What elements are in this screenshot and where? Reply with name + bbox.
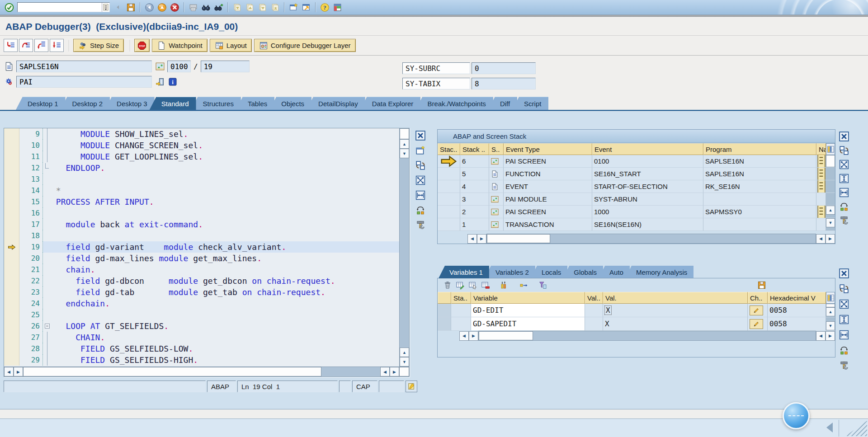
variable-value[interactable]: X [603, 317, 748, 331]
table-settings-icon[interactable] [826, 143, 835, 155]
breakpoint-margin[interactable] [4, 275, 19, 287]
variables-selector-header[interactable] [438, 292, 451, 304]
scroll-left-button[interactable]: ◀ [4, 367, 14, 376]
stack-row[interactable]: 1TRANSACTIONSE16N(SE16N)▼ [438, 218, 835, 231]
resize-grip[interactable] [845, 421, 867, 436]
breakpoint-margin[interactable] [4, 298, 19, 309]
step-into-button[interactable] [4, 39, 18, 52]
save-variables-icon[interactable] [756, 280, 767, 291]
performance-sphere-icon[interactable] [783, 402, 810, 429]
swap-services-icon[interactable] [415, 204, 426, 216]
step-over-button[interactable] [19, 39, 33, 52]
resize-vertical-icon[interactable] [838, 314, 850, 325]
compare-icon[interactable] [499, 280, 510, 291]
abap-code-editor[interactable]: 9 MODULE SHOW_LINES_sel.10 MODULE CHANGE… [4, 128, 410, 377]
scroll-left-button[interactable]: ◀ [380, 367, 390, 376]
continue-button[interactable] [50, 39, 64, 52]
breakpoint-margin[interactable] [4, 287, 19, 298]
breakpoint-margin[interactable] [4, 320, 19, 332]
scroll-right-button[interactable]: ▶ [14, 367, 23, 376]
resize-horizontal-icon[interactable] [838, 187, 850, 198]
close-icon[interactable] [415, 130, 426, 141]
command-history-icon[interactable] [102, 3, 109, 12]
swap-services-icon[interactable] [838, 201, 850, 212]
variables-column-header-val[interactable]: Val.. [585, 292, 603, 304]
breakpoint-margin[interactable] [4, 219, 19, 230]
scroll-down-button[interactable]: ▼ [400, 357, 409, 367]
variable-name[interactable]: GD-EDIT [471, 304, 585, 317]
new-window-icon[interactable] [415, 145, 426, 156]
breakpoint-margin[interactable] [4, 207, 19, 219]
scroll-left-button[interactable]: ◀ [459, 331, 469, 341]
swap-panels-icon[interactable] [415, 160, 426, 171]
filter-icon[interactable] [537, 280, 548, 291]
scrollbar-thumb[interactable] [487, 234, 550, 243]
copy-table-icon[interactable] [467, 280, 478, 291]
breakpoint-margin[interactable] [4, 309, 19, 320]
tab-tables[interactable]: Tables [236, 97, 274, 110]
exit-icon[interactable] [156, 1, 168, 13]
breakpoint-margin[interactable] [4, 264, 19, 275]
editor-vertical-scrollbar[interactable]: ▲ ▼ ▲ ▼ [399, 128, 409, 367]
variables-column-header-ch[interactable]: Ch.. [748, 292, 768, 304]
change-value-button[interactable] [750, 305, 763, 315]
breakpoint-margin[interactable] [4, 230, 19, 241]
customize-layout-icon[interactable] [331, 1, 343, 13]
back-icon[interactable] [143, 1, 155, 13]
create-shortcut-icon[interactable] [300, 1, 312, 13]
tab-desktop-1[interactable]: Desktop 1 [16, 97, 66, 110]
first-page-icon[interactable] [231, 1, 243, 13]
breakpoint-margin[interactable] [4, 174, 19, 185]
stack-horizontal-scrollbar[interactable]: ◀ ▶ ◀ ▶ [438, 234, 835, 244]
navigate-icon[interactable] [155, 76, 165, 87]
stack-vertical-scrollbar[interactable] [826, 193, 835, 206]
row-selector[interactable] [438, 317, 451, 331]
event-field[interactable] [16, 76, 152, 88]
resize-horizontal-icon[interactable] [838, 329, 850, 341]
variables-column-header-val[interactable]: Val. [603, 292, 748, 304]
tab-structures[interactable]: Structures [191, 97, 241, 110]
variables-vertical-scrollbar[interactable]: ▼ [826, 317, 835, 331]
scroll-left-button[interactable]: ◀ [467, 234, 477, 244]
breakpoint-margin[interactable] [4, 151, 19, 162]
enter-icon[interactable] [3, 1, 15, 13]
tab-objects[interactable]: Objects [269, 97, 311, 110]
scroll-right-button[interactable]: ▶ [469, 331, 478, 341]
tab-desktop-3[interactable]: Desktop 3 [105, 97, 155, 110]
resize-horizontal-icon[interactable] [415, 189, 426, 201]
swap-services-icon[interactable] [838, 344, 850, 356]
help-icon[interactable]: ? [319, 1, 330, 13]
stack-column-header-stac[interactable]: Stac.. [438, 143, 460, 155]
breakpoint-margin[interactable] [4, 332, 19, 343]
scroll-up-button[interactable]: ▲ [400, 348, 409, 357]
variable-name[interactable]: GD-SAPEDIT [471, 317, 585, 331]
tab-memory-analysis[interactable]: Memory Analysis [625, 266, 693, 278]
scroll-right-button[interactable]: ▶ [477, 234, 486, 244]
layout-button[interactable]: Layout [210, 39, 252, 52]
stack-column-header-event-type[interactable]: Event Type [504, 143, 592, 155]
watchpoint-button[interactable]: Watchpoint [152, 39, 207, 52]
scrollbar-thumb[interactable] [479, 331, 533, 340]
breakpoint-margin[interactable] [4, 343, 19, 354]
scroll-right-button[interactable]: ▶ [826, 331, 835, 341]
variables-horizontal-scrollbar[interactable]: ◀ ▶ ◀ ▶ [438, 331, 835, 341]
scroll-down-button[interactable]: ▼ [826, 321, 835, 330]
stack-column-header-s[interactable]: S.. [489, 143, 504, 155]
variables-column-header-variable[interactable]: Variable [471, 292, 585, 304]
services-icon[interactable] [415, 219, 426, 231]
find-next-icon[interactable] [212, 1, 224, 13]
scrollbar-thumb[interactable] [23, 367, 321, 376]
stack-vertical-scrollbar[interactable]: ▲ [826, 206, 835, 218]
scroll-left-button[interactable]: ◀ [816, 234, 826, 244]
stack-column-header-event[interactable]: Event [592, 143, 703, 155]
line-number-field[interactable] [201, 61, 250, 72]
save-icon[interactable] [125, 1, 137, 13]
table-settings-icon[interactable] [826, 292, 835, 304]
next-page-icon[interactable] [256, 1, 268, 13]
breakpoint-margin[interactable] [4, 162, 19, 174]
stack-vertical-scrollbar[interactable] [826, 180, 835, 193]
scroll-left-button[interactable]: ◀ [816, 331, 826, 341]
tab-break-watchpoints[interactable]: Break./Watchpoints [415, 97, 493, 110]
tab-script[interactable]: Script [512, 97, 548, 110]
editor-notes-icon[interactable] [406, 381, 417, 392]
